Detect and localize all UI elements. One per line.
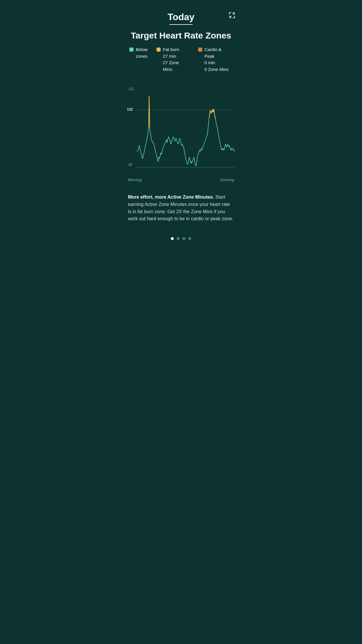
svg-text:112: 112	[127, 107, 133, 111]
svg-text:121: 121	[129, 87, 134, 91]
pagination-dot-4[interactable]	[188, 237, 191, 240]
legend-label-fatburn: Fat burn 27 min 27 Zone Mins	[163, 46, 189, 73]
page-title: Today	[126, 12, 236, 22]
chart-x-labels: Morning Evening	[126, 178, 236, 182]
header-underline	[169, 24, 193, 25]
legend-item-below: Belowzones	[129, 46, 148, 73]
heart-rate-chart: 121 112 60	[126, 81, 236, 175]
collapse-button[interactable]	[229, 12, 236, 20]
legend-dot-below	[129, 48, 133, 52]
page-container: Today Target Heart Rate Zones Belowzones…	[121, 0, 241, 255]
pagination	[126, 237, 236, 246]
legend-dot-cardio	[198, 48, 202, 52]
pagination-dot-2[interactable]	[177, 237, 180, 240]
chart-x-end: Evening	[220, 178, 234, 182]
pagination-dot-3[interactable]	[182, 237, 185, 240]
chart-svg: 121 112 60	[126, 81, 236, 175]
legend-dot-fatburn	[157, 48, 161, 52]
legend-item-fatburn: Fat burn 27 min 27 Zone Mins	[157, 46, 189, 73]
legend-item-cardio: Cardio & Peak 0 min 0 Zone Mins	[198, 46, 233, 73]
legend: Belowzones Fat burn 27 min 27 Zone Mins …	[126, 46, 236, 73]
pagination-dot-1[interactable]	[171, 237, 174, 240]
section-title: Target Heart Rate Zones	[126, 31, 236, 41]
header: Today	[126, 12, 236, 25]
chart-x-start: Morning	[128, 178, 142, 182]
svg-text:60: 60	[129, 163, 132, 167]
description-bold: More effort, more Active Zone Minutes.	[128, 195, 214, 200]
legend-label-cardio: Cardio & Peak 0 min 0 Zone Mins	[205, 46, 233, 73]
description-box: More effort, more Active Zone Minutes. S…	[126, 191, 236, 225]
collapse-icon	[229, 12, 236, 19]
legend-label-below: Belowzones	[136, 46, 148, 60]
